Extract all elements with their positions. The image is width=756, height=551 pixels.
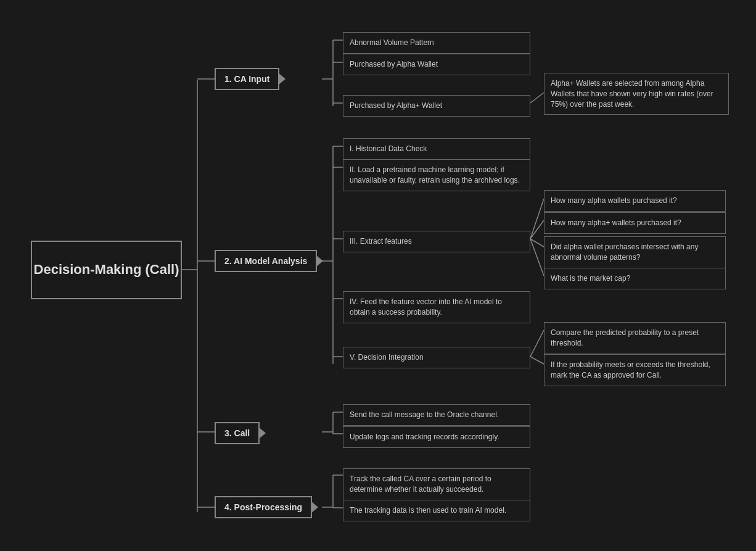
section-ca-input: 1. CA Input bbox=[215, 68, 279, 90]
ca-desc: Alpha+ Wallets are selected from among A… bbox=[544, 73, 729, 115]
ai-desc-1: How many alpha wallets purchased it? bbox=[544, 190, 726, 212]
ca-item-1: Abnormal Volume Pattern bbox=[343, 32, 530, 54]
ca-item-2: Purchased by Alpha Wallet bbox=[343, 54, 530, 75]
svg-line-24 bbox=[530, 357, 544, 364]
section-call: 3. Call bbox=[215, 422, 260, 444]
call-item-2: Update logs and tracking records accordi… bbox=[343, 426, 530, 448]
section-post: 4. Post-Processing bbox=[215, 496, 312, 518]
ca-item-3: Purchased by Alpha+ Wallet bbox=[343, 95, 530, 117]
ai-desc-6: If the probability meets or exceeds the … bbox=[544, 354, 726, 386]
ai-desc-2: How many alpha+ wallets purchased it? bbox=[544, 212, 726, 234]
svg-line-21 bbox=[530, 239, 544, 247]
post-item-2: The tracking data is then used to train … bbox=[343, 500, 530, 521]
ai-item-2: II. Load a pretrained machine learning m… bbox=[343, 159, 530, 191]
section-ai-model: 2. AI Model Analysis bbox=[215, 250, 317, 272]
svg-line-22 bbox=[530, 239, 544, 276]
ai-item-5: V. Decision Integration bbox=[343, 347, 530, 368]
call-item-1: Send the call message to the Oracle chan… bbox=[343, 404, 530, 426]
ai-desc-3: Did alpha wallet purchases intersect wit… bbox=[544, 236, 726, 268]
ai-item-3: III. Extract features bbox=[343, 231, 530, 252]
ai-item-1: I. Historical Data Check bbox=[343, 138, 530, 160]
svg-line-20 bbox=[530, 220, 544, 239]
svg-line-19 bbox=[530, 199, 544, 239]
svg-line-11 bbox=[530, 93, 544, 103]
ai-item-4: IV. Feed the feature vector into the AI … bbox=[343, 291, 530, 323]
ai-desc-5: Compare the predicted probability to a p… bbox=[544, 322, 726, 354]
svg-line-23 bbox=[530, 330, 544, 357]
post-item-1: Track the called CA over a certain perio… bbox=[343, 468, 530, 500]
central-title: Decision-Making (Call) bbox=[34, 261, 179, 279]
central-node: Decision-Making (Call) bbox=[31, 241, 182, 299]
ai-desc-4: What is the market cap? bbox=[544, 268, 726, 289]
